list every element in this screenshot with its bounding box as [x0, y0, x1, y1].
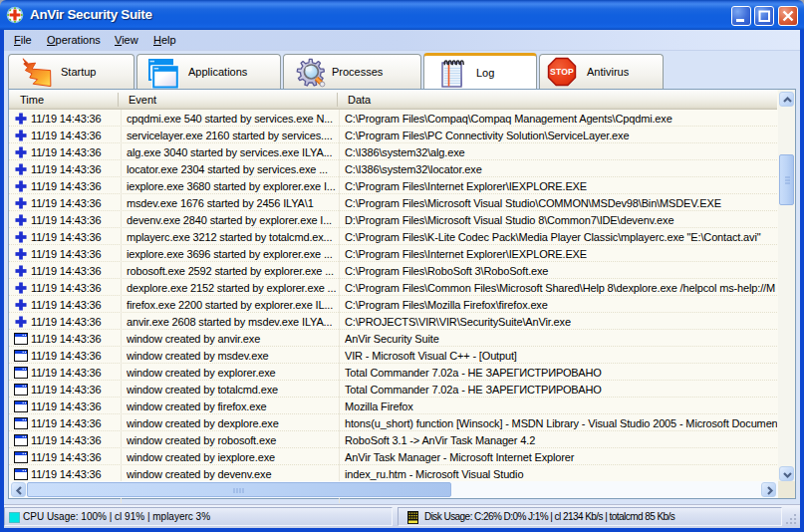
- svg-text:STOP: STOP: [550, 67, 574, 77]
